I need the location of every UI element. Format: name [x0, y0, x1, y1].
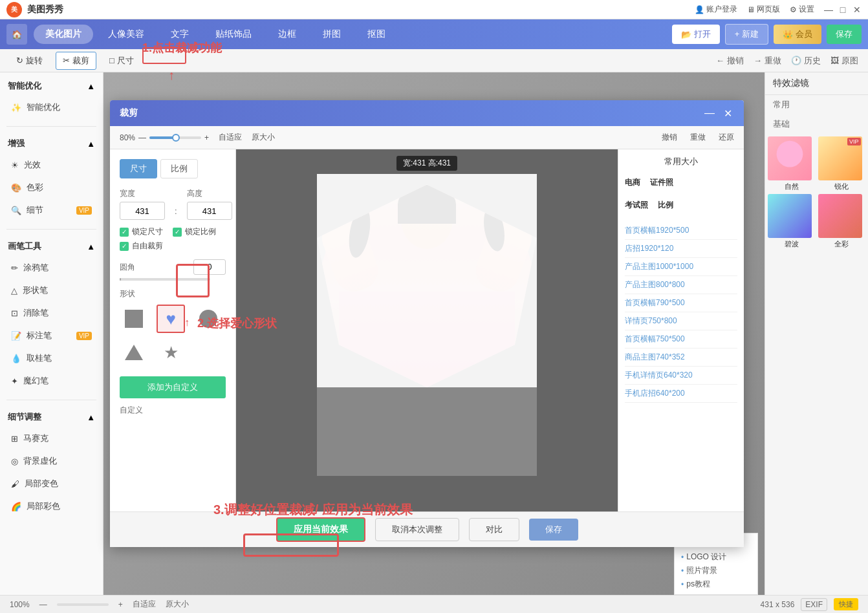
tab-border[interactable]: 边框 [266, 25, 308, 44]
ratio-category[interactable]: 比例 [658, 197, 673, 214]
cancel-button[interactable]: 取消本次调整 [375, 518, 459, 541]
original-button[interactable]: 🖼 原图 [830, 55, 858, 67]
sidebar-item-graffiti[interactable]: ✏ 涂鸦笔 [3, 257, 100, 279]
sidebar-item-annotate[interactable]: 📝 标注笔 VIP [3, 325, 100, 347]
crop-undo-button[interactable]: 撤销 [662, 132, 677, 143]
link-ps-tutorial[interactable]: ps教程 [681, 577, 751, 591]
settings-btn[interactable]: ⚙ 设置 [790, 4, 814, 15]
sidebar-item-shape-pen[interactable]: △ 形状笔 [3, 279, 100, 301]
pen-icon: ✏ [11, 263, 18, 273]
web-btn[interactable]: 🖥 网页版 [747, 4, 780, 15]
shape-square-item[interactable] [120, 305, 148, 333]
tab-ratio[interactable]: 比例 [160, 159, 198, 178]
sidebar-item-partial-color[interactable]: 🌈 局部彩色 [3, 495, 100, 517]
sidebar-item-local-color[interactable]: 🖌 局部变色 [3, 473, 100, 495]
link-logo[interactable]: LOGO 设计 [681, 550, 751, 564]
zoom-plus[interactable]: + [118, 600, 123, 609]
redo-button[interactable]: → 重做 [754, 55, 781, 67]
history-button[interactable]: 🕐 历史 [791, 55, 821, 67]
add-custom-button[interactable]: 添加为自定义 [120, 376, 226, 398]
exam-category[interactable]: 考试照 [625, 197, 648, 214]
open-button[interactable]: 📂 打开 [672, 25, 720, 44]
compare-button[interactable]: 对比 [469, 518, 519, 541]
minimize-button[interactable]: — [824, 5, 833, 14]
collapse-icon-detail[interactable]: ▲ [87, 413, 95, 422]
fit-status[interactable]: 自适应 [133, 599, 156, 610]
maximize-button[interactable]: □ [838, 5, 847, 14]
vip-button[interactable]: 👑 会员 [774, 25, 821, 44]
tab-portrait[interactable]: 人像美容 [96, 25, 156, 44]
size-item-5[interactable]: 详情页750*800 [625, 312, 737, 330]
id-photo-category[interactable]: 证件照 [650, 174, 673, 191]
crop-tool[interactable]: ✂ 裁剪 [56, 52, 96, 70]
size-item-9[interactable]: 手机店招640*200 [625, 385, 737, 403]
apply-button[interactable]: 应用当前效果 [276, 517, 365, 542]
sidebar-item-detail[interactable]: 🔍 细节 VIP [3, 199, 100, 221]
ecommerce-category[interactable]: 电商 [625, 174, 640, 191]
sidebar-item-color[interactable]: 🎨 色彩 [3, 177, 100, 199]
size-item-1[interactable]: 店招1920*120 [625, 240, 737, 258]
width-input[interactable] [120, 202, 165, 220]
dialog-minimize-button[interactable]: — [703, 107, 716, 120]
original-size-button[interactable]: 原大小 [252, 132, 275, 143]
tab-text[interactable]: 文字 [159, 25, 201, 44]
new-button[interactable]: + 新建 [725, 24, 768, 45]
link-photo-bg[interactable]: 照片背景 [681, 564, 751, 577]
crop-preview-area[interactable]: 宽:431 高:431 [236, 149, 618, 511]
sidebar-item-smart-optimize[interactable]: ✨ 智能优化 [3, 96, 100, 118]
corner-value-input[interactable] [193, 259, 226, 275]
size-item-8[interactable]: 手机详情页640*320 [625, 367, 737, 385]
sidebar-item-light[interactable]: ☀ 光效 [3, 154, 100, 176]
tab-collage[interactable]: 拼图 [311, 25, 353, 44]
lock-size-checkbox[interactable]: ✓ [120, 228, 129, 237]
shape-star-item[interactable]: ★ [157, 338, 185, 367]
crop-redo-button[interactable]: 重做 [690, 132, 706, 143]
tab-beautify[interactable]: 美化图片 [34, 25, 93, 44]
undo-button[interactable]: ← 撤销 [716, 55, 744, 67]
corner-slider[interactable] [120, 278, 210, 281]
filter-item-fullcolor[interactable]: 全彩 [818, 194, 866, 249]
sidebar-item-eyedrop[interactable]: 💧 取桂笔 [3, 347, 100, 369]
account-btn[interactable]: 👤 账户登录 [695, 4, 737, 15]
crop-restore-button[interactable]: 还原 [719, 132, 734, 143]
save-crop-button[interactable]: 保存 [529, 519, 578, 541]
sidebar-item-mosaic[interactable]: ⊞ 马赛克 [3, 427, 100, 449]
original-status[interactable]: 原大小 [166, 599, 189, 610]
shape-circle-item[interactable] [194, 305, 222, 333]
filter-item-biwave[interactable]: 碧波 [768, 194, 816, 249]
size-tool[interactable]: □ 尺寸 [103, 52, 140, 69]
tab-cutout[interactable]: 抠图 [356, 25, 397, 44]
dialog-close-button[interactable]: ✕ [721, 107, 734, 120]
size-item-3[interactable]: 产品主图800*800 [625, 276, 737, 294]
size-item-7[interactable]: 商品主图740*352 [625, 349, 737, 367]
sidebar-item-magic-pen[interactable]: ✦ 魔幻笔 [3, 370, 100, 392]
sidebar-item-erase[interactable]: ⊡ 消除笔 [3, 302, 100, 324]
size-item-4[interactable]: 首页横幅790*500 [625, 294, 737, 312]
collapse-icon-enhance[interactable]: ▲ [87, 139, 95, 149]
save-button[interactable]: 保存 [827, 25, 862, 44]
zoom-minus[interactable]: — [39, 600, 47, 609]
size-item-0[interactable]: 首页横幅1920*500 [625, 222, 737, 240]
home-button[interactable]: 🏠 [6, 24, 27, 45]
exif-button[interactable]: EXIF [801, 598, 827, 611]
height-input[interactable] [187, 202, 232, 220]
size-item-2[interactable]: 产品主图1000*1000 [625, 258, 737, 276]
filter-item-natural[interactable]: 自然 [768, 136, 816, 191]
size-item-6[interactable]: 首页横幅750*500 [625, 330, 737, 349]
collapse-icon[interactable]: ▲ [87, 81, 95, 91]
shape-triangle-item[interactable] [120, 338, 148, 367]
fit-button[interactable]: 自适应 [219, 132, 242, 143]
filter-item-sharpen[interactable]: VIP 锐化 [818, 136, 866, 191]
lock-ratio-checkbox[interactable]: ✓ [173, 228, 182, 237]
zoom-plus-icon[interactable]: + [204, 133, 209, 142]
tab-sticker[interactable]: 贴纸饰品 [204, 25, 263, 44]
sidebar-item-blur[interactable]: ◎ 背景虚化 [3, 450, 100, 472]
free-crop-checkbox[interactable]: ✓ [120, 242, 129, 251]
close-button[interactable]: ✕ [852, 5, 862, 14]
zoom-minus-icon[interactable]: — [138, 133, 146, 142]
shape-heart-item[interactable]: ♥ [157, 305, 185, 333]
tab-size[interactable]: 尺寸 [120, 159, 157, 178]
rotate-tool[interactable]: ↻ 旋转 [10, 52, 49, 69]
collapse-icon-brush[interactable]: ▲ [87, 242, 95, 252]
quick-edit-icon[interactable]: 快捷 [834, 598, 858, 610]
